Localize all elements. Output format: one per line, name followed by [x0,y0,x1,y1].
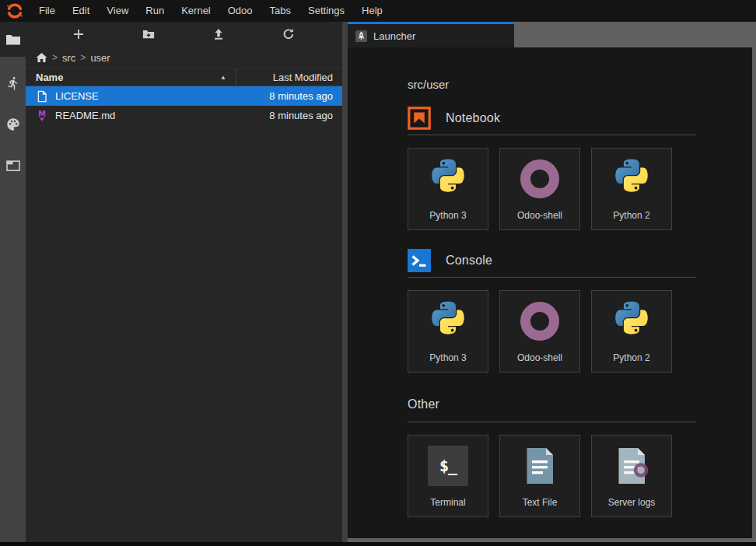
launcher-cwd: src/user [408,78,696,91]
python-icon [428,301,468,341]
textfile-icon [520,446,560,486]
file-row-license[interactable]: LICENSE8 minutes ago [26,86,342,106]
file-icon [36,90,48,103]
card-label: Server logs [608,497,656,508]
card-row: Python 3Odoo-shellPython 2 [408,290,696,373]
name-header-label: Name [36,72,63,83]
breadcrumb-segment-src[interactable]: src [62,52,75,64]
new-folder-button[interactable] [114,23,184,45]
card-label: Odoo-shell [517,210,562,221]
runner-icon [6,76,20,90]
card-label: Terminal [430,497,465,508]
menu-item-help[interactable]: Help [353,0,391,22]
launcher-icon [355,30,367,42]
launcher-card-python-3[interactable]: Python 3 [408,290,488,373]
menu-item-kernel[interactable]: Kernel [173,0,219,22]
card-row: Python 3Odoo-shellPython 2 [408,148,696,230]
dock-panel: Launcher src/user NotebookPython 3Odoo-s… [348,22,756,542]
launcher-section-other: Other$_TerminalText FileServer logs [408,397,696,517]
sort-asc-icon: ▲ [220,74,226,81]
section-divider [408,277,696,278]
card-label: Odoo-shell [517,352,562,363]
upload-button[interactable] [184,23,254,45]
breadcrumb-separator: > [52,52,58,63]
new-folder-icon [142,28,155,40]
tabs-icon [6,159,20,173]
launcher-card-server-logs[interactable]: Server logs [591,435,672,517]
menu-item-tabs[interactable]: Tabs [261,0,299,22]
section-title: Notebook [446,111,500,125]
python-icon [611,301,652,341]
left-sidebar [0,22,26,542]
section-header: Notebook [408,107,696,130]
card-label: Text File [523,497,558,508]
odoo-icon [520,301,560,341]
file-row-readme.md[interactable]: MREADME.md8 minutes ago [26,106,342,125]
menu-item-file[interactable]: File [30,0,64,22]
breadcrumb-segment-user[interactable]: user [90,52,110,64]
upload-icon [212,28,225,40]
launcher-section-console: ConsolePython 3Odoo-shellPython 2 [408,249,696,373]
sidebar-tab-open-tabs[interactable] [0,152,26,179]
launcher-card-odoo-shell[interactable]: Odoo-shell [499,290,580,373]
file-list: LICENSE8 minutes agoMREADME.md8 minutes … [26,86,342,125]
section-header: Other [408,397,696,411]
odoo-icon [520,159,560,199]
status-bar [0,542,756,546]
svg-text:M: M [38,110,46,118]
card-label: Python 2 [613,210,649,221]
launcher-card-terminal[interactable]: $_Terminal [408,435,488,517]
card-label: Python 3 [429,210,466,221]
card-label: Python 2 [613,352,649,363]
spinner-logo-icon [6,2,23,19]
menu-item-view[interactable]: View [98,0,137,22]
launcher-card-python-2[interactable]: Python 2 [591,148,672,230]
card-label: Python 3 [429,352,466,363]
file-list-header: Name ▲ Last Modified [26,68,342,86]
menu-item-odoo[interactable]: Odoo [219,0,261,22]
section-divider [408,422,696,422]
plus-icon [72,28,85,40]
launcher-card-python-2[interactable]: Python 2 [591,290,672,373]
section-header: Console [408,249,696,272]
section-title: Console [446,254,492,268]
python-icon [428,159,468,199]
launcher-panel: src/user NotebookPython 3Odoo-shellPytho… [348,47,752,538]
launcher-card-python-3[interactable]: Python 3 [408,148,488,230]
notebook-icon [408,107,431,130]
column-header-name[interactable]: Name ▲ [26,72,236,83]
markdown-icon: M [36,110,48,122]
home-icon[interactable] [36,52,47,63]
menu-item-run[interactable]: Run [137,0,173,22]
refresh-button[interactable] [254,23,324,45]
palette-icon [6,117,20,131]
tab-bar: Launcher [348,22,756,47]
file-name: LICENSE [55,90,269,102]
file-browser-panel: >src>user Name ▲ Last Modified LICENSE8 … [26,22,342,542]
folder-icon [6,33,20,47]
sidebar-tab-command-palette[interactable] [0,111,26,138]
menu-item-settings[interactable]: Settings [299,0,353,22]
menu-items: FileEditViewRunKernelOdooTabsSettingsHel… [30,0,391,22]
section-divider [408,135,696,135]
column-header-modified[interactable]: Last Modified [236,72,342,83]
tab-launcher[interactable]: Launcher [348,22,514,47]
section-title: Other [408,397,439,411]
menu-bar: FileEditViewRunKernelOdooTabsSettingsHel… [0,0,756,22]
new-launcher-button[interactable] [44,23,114,45]
sidebar-tab-running-sessions[interactable] [0,70,26,96]
panel-splitter[interactable] [342,22,348,542]
python-icon [611,159,652,199]
file-modified: 8 minutes ago [269,90,342,102]
file-modified: 8 minutes ago [269,110,342,121]
file-browser-toolbar [26,22,342,47]
launcher-card-text-file[interactable]: Text File [499,435,580,517]
breadcrumb: >src>user [26,47,342,68]
terminal-icon: $_ [428,446,468,486]
card-row: $_TerminalText FileServer logs [408,435,696,517]
launcher-card-odoo-shell[interactable]: Odoo-shell [499,148,580,230]
file-name: README.md [55,110,269,121]
sidebar-tab-file-browser[interactable] [0,22,26,57]
console-icon [408,249,431,272]
menu-item-edit[interactable]: Edit [64,0,98,22]
